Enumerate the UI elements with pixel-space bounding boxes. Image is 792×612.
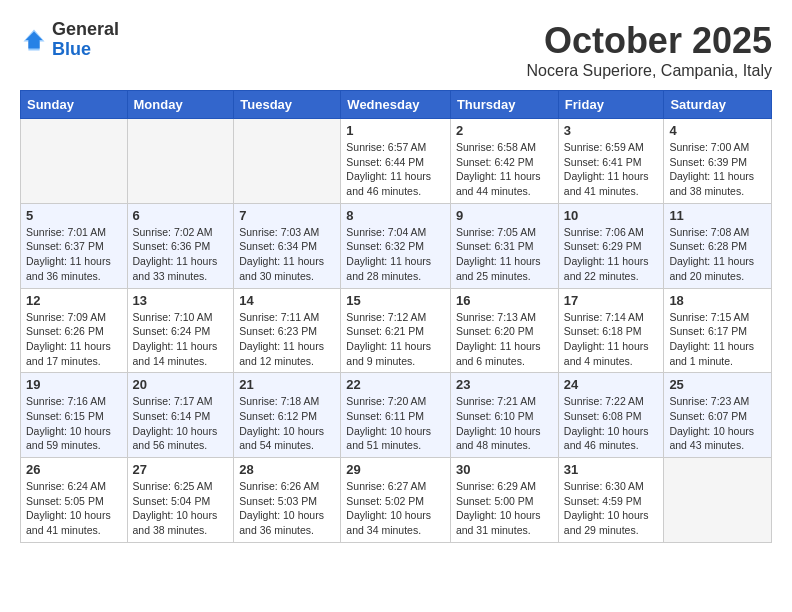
calendar-cell: 23Sunrise: 7:21 AMSunset: 6:10 PMDayligh…: [450, 373, 558, 458]
day-info: Sunrise: 7:12 AMSunset: 6:21 PMDaylight:…: [346, 310, 445, 369]
day-number: 3: [564, 123, 659, 138]
day-number: 6: [133, 208, 229, 223]
day-number: 11: [669, 208, 766, 223]
day-number: 7: [239, 208, 335, 223]
day-number: 22: [346, 377, 445, 392]
calendar-cell: 15Sunrise: 7:12 AMSunset: 6:21 PMDayligh…: [341, 288, 451, 373]
day-info: Sunrise: 7:05 AMSunset: 6:31 PMDaylight:…: [456, 225, 553, 284]
day-number: 20: [133, 377, 229, 392]
day-number: 4: [669, 123, 766, 138]
day-info: Sunrise: 7:06 AMSunset: 6:29 PMDaylight:…: [564, 225, 659, 284]
page-header: General Blue October 2025 Nocera Superio…: [20, 20, 772, 80]
day-number: 23: [456, 377, 553, 392]
calendar-cell: 13Sunrise: 7:10 AMSunset: 6:24 PMDayligh…: [127, 288, 234, 373]
day-info: Sunrise: 6:57 AMSunset: 6:44 PMDaylight:…: [346, 140, 445, 199]
weekday-header-saturday: Saturday: [664, 91, 772, 119]
calendar-cell: 16Sunrise: 7:13 AMSunset: 6:20 PMDayligh…: [450, 288, 558, 373]
day-number: 29: [346, 462, 445, 477]
calendar-cell: 17Sunrise: 7:14 AMSunset: 6:18 PMDayligh…: [558, 288, 664, 373]
day-number: 28: [239, 462, 335, 477]
day-info: Sunrise: 7:01 AMSunset: 6:37 PMDaylight:…: [26, 225, 122, 284]
calendar-cell: 7Sunrise: 7:03 AMSunset: 6:34 PMDaylight…: [234, 203, 341, 288]
day-info: Sunrise: 6:27 AMSunset: 5:02 PMDaylight:…: [346, 479, 445, 538]
day-number: 27: [133, 462, 229, 477]
day-info: Sunrise: 6:30 AMSunset: 4:59 PMDaylight:…: [564, 479, 659, 538]
weekday-header-monday: Monday: [127, 91, 234, 119]
day-info: Sunrise: 6:58 AMSunset: 6:42 PMDaylight:…: [456, 140, 553, 199]
calendar-cell: 3Sunrise: 6:59 AMSunset: 6:41 PMDaylight…: [558, 119, 664, 204]
calendar-cell: 24Sunrise: 7:22 AMSunset: 6:08 PMDayligh…: [558, 373, 664, 458]
day-number: 1: [346, 123, 445, 138]
calendar-cell: 27Sunrise: 6:25 AMSunset: 5:04 PMDayligh…: [127, 458, 234, 543]
day-info: Sunrise: 6:59 AMSunset: 6:41 PMDaylight:…: [564, 140, 659, 199]
day-info: Sunrise: 7:11 AMSunset: 6:23 PMDaylight:…: [239, 310, 335, 369]
day-number: 12: [26, 293, 122, 308]
calendar-cell: 2Sunrise: 6:58 AMSunset: 6:42 PMDaylight…: [450, 119, 558, 204]
calendar-cell: 28Sunrise: 6:26 AMSunset: 5:03 PMDayligh…: [234, 458, 341, 543]
day-info: Sunrise: 6:26 AMSunset: 5:03 PMDaylight:…: [239, 479, 335, 538]
calendar-cell: 6Sunrise: 7:02 AMSunset: 6:36 PMDaylight…: [127, 203, 234, 288]
day-number: 2: [456, 123, 553, 138]
calendar-cell: 1Sunrise: 6:57 AMSunset: 6:44 PMDaylight…: [341, 119, 451, 204]
day-number: 19: [26, 377, 122, 392]
location-text: Nocera Superiore, Campania, Italy: [527, 62, 772, 80]
calendar-cell: 22Sunrise: 7:20 AMSunset: 6:11 PMDayligh…: [341, 373, 451, 458]
calendar-cell: 9Sunrise: 7:05 AMSunset: 6:31 PMDaylight…: [450, 203, 558, 288]
day-number: 25: [669, 377, 766, 392]
calendar-cell: 26Sunrise: 6:24 AMSunset: 5:05 PMDayligh…: [21, 458, 128, 543]
weekday-header-wednesday: Wednesday: [341, 91, 451, 119]
day-number: 26: [26, 462, 122, 477]
logo-text: General Blue: [52, 20, 119, 60]
day-info: Sunrise: 7:22 AMSunset: 6:08 PMDaylight:…: [564, 394, 659, 453]
calendar-cell: 8Sunrise: 7:04 AMSunset: 6:32 PMDaylight…: [341, 203, 451, 288]
logo-icon: [20, 26, 48, 54]
calendar-week-row: 1Sunrise: 6:57 AMSunset: 6:44 PMDaylight…: [21, 119, 772, 204]
calendar-week-row: 26Sunrise: 6:24 AMSunset: 5:05 PMDayligh…: [21, 458, 772, 543]
calendar-cell: 30Sunrise: 6:29 AMSunset: 5:00 PMDayligh…: [450, 458, 558, 543]
logo: General Blue: [20, 20, 119, 60]
calendar-cell: 21Sunrise: 7:18 AMSunset: 6:12 PMDayligh…: [234, 373, 341, 458]
weekday-header-tuesday: Tuesday: [234, 91, 341, 119]
day-number: 18: [669, 293, 766, 308]
day-number: 10: [564, 208, 659, 223]
day-number: 31: [564, 462, 659, 477]
day-info: Sunrise: 7:08 AMSunset: 6:28 PMDaylight:…: [669, 225, 766, 284]
calendar-cell: [127, 119, 234, 204]
calendar-cell: 5Sunrise: 7:01 AMSunset: 6:37 PMDaylight…: [21, 203, 128, 288]
calendar-cell: [234, 119, 341, 204]
day-info: Sunrise: 7:15 AMSunset: 6:17 PMDaylight:…: [669, 310, 766, 369]
calendar-cell: 10Sunrise: 7:06 AMSunset: 6:29 PMDayligh…: [558, 203, 664, 288]
day-info: Sunrise: 7:16 AMSunset: 6:15 PMDaylight:…: [26, 394, 122, 453]
calendar-cell: 4Sunrise: 7:00 AMSunset: 6:39 PMDaylight…: [664, 119, 772, 204]
day-info: Sunrise: 7:17 AMSunset: 6:14 PMDaylight:…: [133, 394, 229, 453]
calendar-table: SundayMondayTuesdayWednesdayThursdayFrid…: [20, 90, 772, 543]
day-number: 8: [346, 208, 445, 223]
calendar-cell: 12Sunrise: 7:09 AMSunset: 6:26 PMDayligh…: [21, 288, 128, 373]
calendar-cell: 25Sunrise: 7:23 AMSunset: 6:07 PMDayligh…: [664, 373, 772, 458]
day-number: 21: [239, 377, 335, 392]
day-info: Sunrise: 7:10 AMSunset: 6:24 PMDaylight:…: [133, 310, 229, 369]
calendar-cell: [664, 458, 772, 543]
calendar-cell: 14Sunrise: 7:11 AMSunset: 6:23 PMDayligh…: [234, 288, 341, 373]
month-title: October 2025: [527, 20, 772, 62]
calendar-cell: 20Sunrise: 7:17 AMSunset: 6:14 PMDayligh…: [127, 373, 234, 458]
day-info: Sunrise: 7:13 AMSunset: 6:20 PMDaylight:…: [456, 310, 553, 369]
weekday-header-friday: Friday: [558, 91, 664, 119]
calendar-cell: 11Sunrise: 7:08 AMSunset: 6:28 PMDayligh…: [664, 203, 772, 288]
day-number: 16: [456, 293, 553, 308]
day-info: Sunrise: 6:25 AMSunset: 5:04 PMDaylight:…: [133, 479, 229, 538]
day-info: Sunrise: 7:02 AMSunset: 6:36 PMDaylight:…: [133, 225, 229, 284]
day-number: 17: [564, 293, 659, 308]
weekday-header-thursday: Thursday: [450, 91, 558, 119]
day-number: 13: [133, 293, 229, 308]
day-info: Sunrise: 7:00 AMSunset: 6:39 PMDaylight:…: [669, 140, 766, 199]
day-number: 30: [456, 462, 553, 477]
day-number: 24: [564, 377, 659, 392]
day-number: 14: [239, 293, 335, 308]
title-section: October 2025 Nocera Superiore, Campania,…: [527, 20, 772, 80]
calendar-cell: 18Sunrise: 7:15 AMSunset: 6:17 PMDayligh…: [664, 288, 772, 373]
logo-blue-text: Blue: [52, 40, 119, 60]
day-number: 15: [346, 293, 445, 308]
day-info: Sunrise: 7:14 AMSunset: 6:18 PMDaylight:…: [564, 310, 659, 369]
logo-general-text: General: [52, 20, 119, 40]
